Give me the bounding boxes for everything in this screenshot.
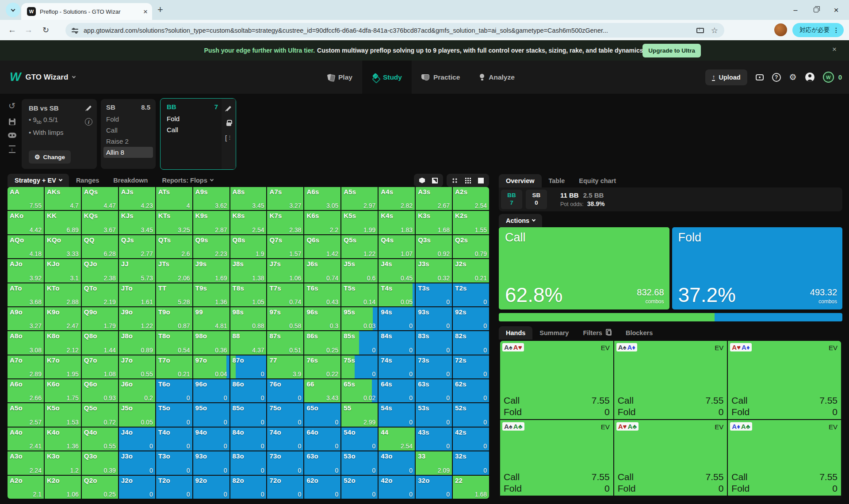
brand[interactable]: W GTO Wizard [10,61,75,94]
hand-cell[interactable]: 72s0 [453,355,489,378]
hand-cell[interactable]: T3s0 [416,283,452,306]
action-item[interactable]: Raise 2 [103,136,153,147]
hand-cell[interactable]: 994.81 [193,307,229,330]
hand-cell[interactable]: 94o0 [193,428,229,451]
edit-pencil-icon[interactable] [226,106,231,111]
action-item[interactable]: Allin 8 [103,147,153,158]
tab-search-button[interactable] [6,3,20,17]
hand-cell[interactable]: 65s0.02 [341,379,378,402]
hand-cell[interactable]: J9s1.69 [193,259,229,282]
forward-button[interactable]: → [24,25,33,35]
hand-cell[interactable]: T8s1.05 [230,283,267,306]
hand-cell[interactable]: K2s1.55 [453,211,489,234]
hand-combo-card[interactable]: A♥A♦EVCall7.55Fold0 [728,341,841,419]
hand-cell[interactable]: K9o2.47 [45,307,81,330]
solid-view-icon[interactable] [478,178,484,183]
hand-cell[interactable]: KQs3.67 [82,211,118,234]
hand-cell[interactable]: QJs2.77 [119,235,155,258]
hand-cell[interactable]: 92o0 [193,476,229,499]
help-icon[interactable]: ? [772,73,781,82]
hand-cell[interactable]: 53o0 [341,451,378,474]
new-tab-button[interactable]: + [157,4,163,15]
minimize-button[interactable]: – [785,0,806,20]
hand-cell[interactable]: Q8o1.44 [82,331,118,354]
bb-actions-panel[interactable]: BB 7 FoldCall [⋮ [160,98,236,170]
hand-cell[interactable]: 43o0 [379,451,415,474]
hand-cell[interactable]: A8s3.45 [230,187,267,210]
hand-cell[interactable]: KJs3.45 [119,211,155,234]
hand-cell[interactable]: A3s2.67 [416,187,452,210]
hand-cell[interactable]: 82o0 [230,476,267,499]
hand-cell[interactable]: Q7s1.57 [267,235,303,258]
hand-cell[interactable]: J3s0.32 [416,259,452,282]
hand-cell[interactable]: 54o0 [341,428,378,451]
tab-overview[interactable]: Overview [499,174,542,187]
hand-cell[interactable]: 62o0 [304,476,340,499]
hand-cell[interactable]: 98o0.36 [193,331,229,354]
hand-cell[interactable]: 54s0 [379,403,415,426]
hand-cell[interactable]: 63o0 [304,451,340,474]
hand-cell[interactable]: A8o3.08 [8,331,44,354]
banner-close-icon[interactable]: × [832,45,837,54]
hand-cell[interactable]: 773.9 [267,355,303,378]
action-item[interactable]: Call [164,124,221,135]
restore-button[interactable] [806,0,826,20]
hand-cell[interactable]: A9s3.62 [193,187,229,210]
hand-cell[interactable]: 87o0 [230,355,267,378]
hand-cell[interactable]: 53s0 [416,403,452,426]
address-bar[interactable]: app.gtowizard.com/solutions?solution_typ… [65,23,724,38]
hand-cell[interactable]: Q6o0.93 [82,379,118,402]
install-app-icon[interactable] [696,28,704,33]
bookmark-star-icon[interactable]: ☆ [711,26,718,35]
hand-cell[interactable]: 663.43 [304,379,340,402]
hand-cell[interactable]: AJo3.92 [8,259,44,282]
hand-cell[interactable]: 42s0 [453,428,489,451]
hand-cell[interactable]: A6o2.66 [8,379,44,402]
hand-cell[interactable]: KJo3.1 [45,259,81,282]
hand-cell[interactable]: K6s2.2 [304,211,340,234]
hand-cell[interactable]: 85s0 [341,331,378,354]
hand-cell[interactable]: Q5s1.22 [341,235,378,258]
action-item[interactable]: Fold [103,114,153,125]
hand-cell[interactable]: 332.09 [416,451,452,474]
hand-cell[interactable]: QTs2.6 [156,235,192,258]
hand-cell[interactable]: JTo1.61 [119,283,155,306]
nav-item-play[interactable]: Play [317,61,362,94]
hand-cell[interactable]: K5o1.53 [45,403,81,426]
nav-item-study[interactable]: Study [362,61,412,94]
hand-cell[interactable]: T6o0 [156,379,192,402]
hand-cell[interactable]: J5o0.05 [119,403,155,426]
hand-cell[interactable]: J9o1.22 [119,307,155,330]
hand-cell[interactable]: AQs4.47 [82,187,118,210]
hand-cell[interactable]: JTs2.06 [156,259,192,282]
tab-table[interactable]: Table [542,174,572,187]
hand-cell[interactable]: 442.54 [379,428,415,451]
hand-cell[interactable]: A7s3.27 [267,187,303,210]
hand-cell[interactable]: 64o0 [304,428,340,451]
grid-view-icon[interactable] [465,177,471,183]
hand-cell[interactable]: QTo2.19 [82,283,118,306]
lock-icon[interactable] [226,122,231,126]
hand-cell[interactable]: J8s1.38 [230,259,267,282]
hand-cell[interactable]: 52o0 [341,476,378,499]
hand-cell[interactable]: 98s0.88 [230,307,267,330]
hand-cell[interactable]: J5s0.6 [341,259,378,282]
hand-cell[interactable]: K4s1.83 [379,211,415,234]
tab-blockers[interactable]: Blockers [619,326,660,340]
hand-cell[interactable]: T5s0.14 [341,283,378,306]
hand-cell[interactable]: T4o0 [156,428,192,451]
tab-summary[interactable]: Summary [532,326,576,340]
hand-cell[interactable]: 83o0 [230,451,267,474]
upgrade-button[interactable]: Upgrade to Ultra [642,44,701,57]
hand-cell[interactable]: 62s0 [453,379,489,402]
gear-icon[interactable]: ⚙ [789,72,797,82]
hand-cell[interactable]: AKo4.42 [8,211,44,234]
hand-cell[interactable]: 552.99 [341,403,378,426]
hand-cell[interactable]: 96o0 [193,379,229,402]
hand-cell[interactable]: 75s0 [341,355,378,378]
hand-cell[interactable]: J7s1.06 [267,259,303,282]
tab-strategy-ev[interactable]: Strategy + EV [8,174,69,187]
hand-cell[interactable]: Q9s2.23 [193,235,229,258]
hand-cell[interactable]: 86s0.25 [304,331,340,354]
hand-cell[interactable]: 73s0 [416,355,452,378]
